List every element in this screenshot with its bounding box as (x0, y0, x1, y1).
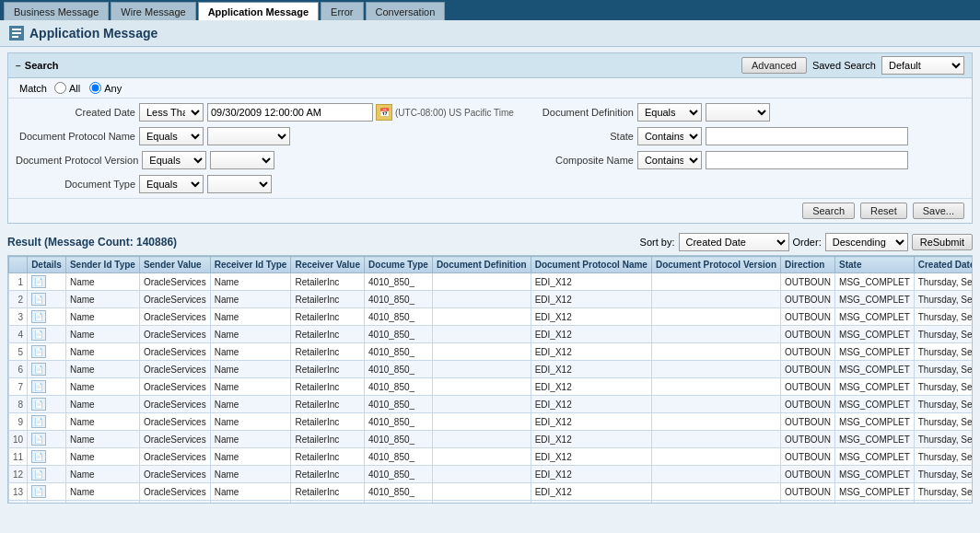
match-label: Match (19, 83, 47, 94)
reset-button[interactable]: Reset (860, 203, 907, 219)
state-value-input[interactable] (706, 127, 908, 145)
table-row[interactable]: 9 📄 Name OracleServices Name RetailerInc… (9, 413, 974, 431)
row-doc-definition (432, 431, 531, 448)
resubmit-button[interactable]: ReSubmit (912, 234, 973, 250)
table-row[interactable]: 4 📄 Name OracleServices Name RetailerInc… (9, 326, 974, 343)
doc-protocol-version-row: Document Protocol Version Equals Contain… (16, 150, 514, 170)
row-sender-id-type: Name (65, 291, 139, 308)
table-row[interactable]: 1 📄 Name OracleServices Name RetailerInc… (9, 273, 974, 291)
detail-icon[interactable]: 📄 (31, 468, 46, 481)
row-num: 5 (9, 343, 28, 361)
detail-icon[interactable]: 📄 (31, 485, 46, 498)
calendar-icon[interactable]: 📅 (376, 104, 392, 121)
row-created-date: Thursday, September 17 (914, 501, 973, 504)
table-header-row: Details Sender Id Type Sender Value Rece… (9, 257, 974, 273)
row-details[interactable]: 📄 (28, 361, 66, 378)
row-direction: OUTBOUN (781, 431, 835, 448)
row-direction: OUTBOUN (781, 361, 835, 378)
detail-icon[interactable]: 📄 (31, 415, 46, 428)
detail-icon[interactable]: 📄 (31, 310, 46, 323)
doc-definition-value-select[interactable] (706, 103, 770, 122)
table-row[interactable]: 10 📄 Name OracleServices Name RetailerIn… (9, 431, 974, 448)
detail-icon[interactable]: 📄 (31, 328, 46, 341)
col-created-date: Created Date (914, 257, 973, 273)
table-row[interactable]: 7 📄 Name OracleServices Name RetailerInc… (9, 378, 974, 396)
table-row[interactable]: 2 📄 Name OracleServices Name RetailerInc… (9, 291, 974, 308)
table-row[interactable]: 6 📄 Name OracleServices Name RetailerInc… (9, 361, 974, 378)
row-details[interactable]: 📄 (28, 378, 66, 396)
advanced-button[interactable]: Advanced (741, 57, 807, 74)
doc-protocol-name-value-select[interactable] (207, 127, 290, 145)
row-details[interactable]: 📄 (28, 273, 66, 291)
detail-icon[interactable]: 📄 (31, 345, 46, 358)
table-row[interactable]: 11 📄 Name OracleServices Name RetailerIn… (9, 448, 974, 466)
tab-application-message[interactable]: Application Message (198, 2, 319, 20)
search-button[interactable]: Search (802, 203, 855, 219)
detail-icon[interactable]: 📄 (31, 433, 46, 446)
doc-protocol-version-value-select[interactable] (210, 151, 274, 169)
created-date-op-select[interactable]: Less Than Equals Greater Than (139, 103, 204, 122)
table-row[interactable]: 3 📄 Name OracleServices Name RetailerInc… (9, 308, 974, 326)
row-doc-type: 4010_850_ (365, 273, 433, 291)
row-doc-protocol-name: EDI_X12 (531, 361, 651, 378)
row-doc-protocol-name: EDI_X12 (531, 291, 651, 308)
detail-icon[interactable]: 📄 (31, 293, 46, 306)
row-details[interactable]: 📄 (28, 291, 66, 308)
row-direction: OUTBOUN (781, 326, 835, 343)
row-details[interactable]: 📄 (28, 343, 66, 361)
detail-icon[interactable]: 📄 (31, 380, 46, 393)
doc-type-label: Document Type (16, 179, 135, 190)
save-button[interactable]: Save... (913, 203, 964, 219)
row-details[interactable]: 📄 (28, 431, 66, 448)
tab-conversation[interactable]: Conversation (366, 2, 446, 20)
saved-search-label: Saved Search (812, 60, 876, 71)
doc-protocol-version-op-select[interactable]: Equals Contains (142, 151, 206, 169)
doc-type-op-select[interactable]: Equals Contains (139, 175, 204, 193)
tab-business-message[interactable]: Business Message (4, 2, 109, 20)
row-doc-protocol-name: EDI_X12 (531, 448, 651, 466)
collapse-icon[interactable]: − (16, 61, 21, 71)
created-date-value-input[interactable] (207, 103, 373, 122)
row-details[interactable]: 📄 (28, 326, 66, 343)
row-details[interactable]: 📄 (28, 448, 66, 466)
tab-wire-message[interactable]: Wire Message (111, 2, 195, 20)
doc-protocol-name-op-select[interactable]: Equals Contains (139, 127, 204, 145)
detail-icon[interactable]: 📄 (31, 363, 46, 376)
row-doc-definition (432, 483, 531, 501)
saved-search-select[interactable]: Default (881, 56, 964, 75)
row-details[interactable]: 📄 (28, 501, 66, 504)
row-num: 3 (9, 308, 28, 326)
tab-error[interactable]: Error (321, 2, 363, 20)
doc-definition-op-select[interactable]: Equals Contains (637, 103, 702, 122)
doc-type-value-select[interactable] (207, 175, 272, 193)
sort-by-select[interactable]: Created Date (679, 233, 789, 251)
radio-all-input[interactable] (54, 82, 66, 94)
table-row[interactable]: 12 📄 Name OracleServices Name RetailerIn… (9, 466, 974, 483)
row-receiver-value: RetailerInc (291, 343, 365, 361)
row-doc-protocol-version (651, 448, 780, 466)
detail-icon[interactable]: 📄 (31, 398, 46, 411)
table-row[interactable]: 13 📄 Name OracleServices Name RetailerIn… (9, 483, 974, 501)
row-details[interactable]: 📄 (28, 396, 66, 413)
radio-any-input[interactable] (89, 82, 101, 94)
timezone-label: (UTC-08:00) US Pacific Time (395, 108, 514, 118)
row-details[interactable]: 📄 (28, 413, 66, 431)
detail-icon[interactable]: 📄 (31, 275, 46, 288)
composite-name-value-input[interactable] (706, 151, 908, 169)
row-details[interactable]: 📄 (28, 483, 66, 501)
table-row[interactable]: 8 📄 Name OracleServices Name RetailerInc… (9, 396, 974, 413)
detail-icon[interactable]: 📄 (31, 503, 46, 504)
row-direction: OUTBOUN (781, 413, 835, 431)
col-doc-protocol-version: Document Protocol Version (651, 257, 780, 273)
row-details[interactable]: 📄 (28, 308, 66, 326)
row-details[interactable]: 📄 (28, 466, 66, 483)
composite-name-op-select[interactable]: Contains Equals (637, 151, 702, 169)
state-op-select[interactable]: Contains Equals (637, 127, 702, 145)
row-doc-protocol-version (651, 413, 780, 431)
table-row[interactable]: 14 📄 Name OracleServices Name RetailerIn… (9, 501, 974, 504)
table-row[interactable]: 5 📄 Name OracleServices Name RetailerInc… (9, 343, 974, 361)
order-select[interactable]: Descending Ascending (825, 233, 908, 251)
row-doc-definition (432, 501, 531, 504)
detail-icon[interactable]: 📄 (31, 450, 46, 463)
row-state: MSG_COMPLET (835, 466, 915, 483)
